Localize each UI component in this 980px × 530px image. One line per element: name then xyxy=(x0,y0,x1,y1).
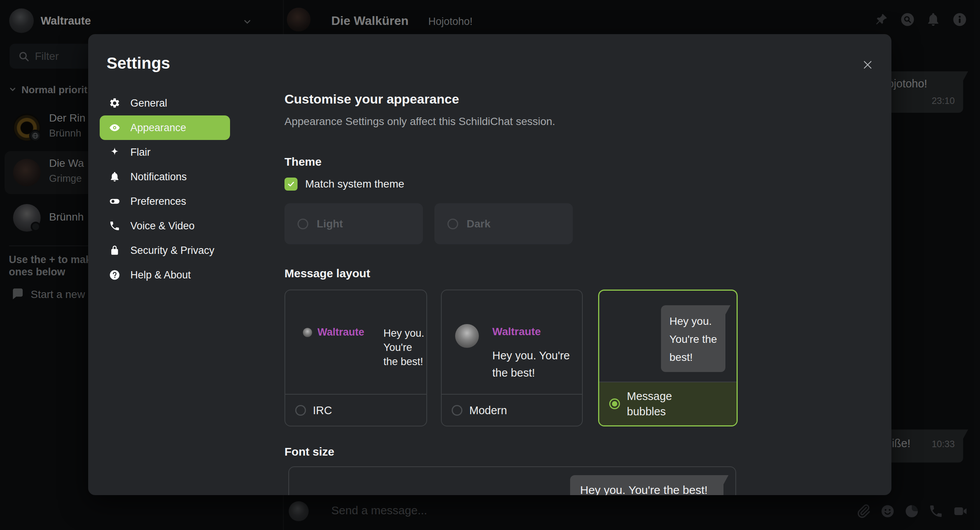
bubble-tail xyxy=(723,475,728,484)
preview-message: Hey you. You're the best! xyxy=(492,347,580,382)
settings-tab-flair[interactable]: Flair xyxy=(100,140,230,165)
settings-tab-label: Voice & Video xyxy=(130,220,195,232)
layout-radio-row[interactable]: Message bubbles xyxy=(599,382,737,425)
preview-sender-name: Waltraute xyxy=(317,326,364,338)
settings-tab-help-about[interactable]: Help & About xyxy=(100,263,230,287)
radio-selected-icon xyxy=(609,398,620,409)
phone-icon xyxy=(109,220,120,232)
bell-icon xyxy=(109,171,120,183)
gear-icon xyxy=(109,97,120,109)
preview-message: Hey you. You're the best! xyxy=(669,312,719,366)
panel-subheading: Appearance Settings only affect this Sch… xyxy=(284,115,555,128)
radio-icon xyxy=(452,405,462,416)
font-preview-message: Hey you. You're the best! xyxy=(580,484,714,495)
panel-heading: Customise your appearance xyxy=(284,92,459,107)
settings-tab-label: General xyxy=(130,97,167,109)
font-size-preview-box: Hey you. You're the best! xyxy=(288,466,736,495)
eye-icon xyxy=(109,122,120,133)
settings-tab-notifications[interactable]: Notifications xyxy=(100,165,230,189)
font-preview-bubble: Hey you. You're the best! xyxy=(570,475,723,495)
bubble-tail xyxy=(725,305,730,314)
appearance-settings-panel: Customise your appearance Appearance Set… xyxy=(284,34,739,495)
settings-tab-label: Preferences xyxy=(130,196,186,207)
layout-option-message-bubbles-selected[interactable]: Hey you. You're the best! Message bubble… xyxy=(598,290,738,426)
theme-option-light-disabled[interactable]: Light xyxy=(284,203,423,244)
settings-tab-label: Notifications xyxy=(130,171,187,183)
sparkle-icon xyxy=(109,146,120,158)
theme-option-dark-disabled[interactable]: Dark xyxy=(434,203,573,244)
layout-option-label: Message bubbles xyxy=(627,388,704,419)
preview-message: Hey you. You're the best! xyxy=(383,326,427,369)
settings-tab-security-privacy[interactable]: Security & Privacy xyxy=(100,238,230,263)
radio-icon xyxy=(447,219,458,229)
layout-option-label: Modern xyxy=(469,403,507,418)
match-system-theme-label: Match system theme xyxy=(305,178,404,190)
layout-radio-row[interactable]: Modern xyxy=(442,394,582,426)
preview-avatar xyxy=(455,324,479,348)
theme-option-label: Dark xyxy=(467,218,490,230)
radio-icon xyxy=(298,219,308,229)
settings-tab-appearance[interactable]: Appearance xyxy=(100,115,230,140)
theme-option-label: Light xyxy=(317,218,343,230)
preview-avatar xyxy=(303,328,312,337)
preview-bubble: Hey you. You're the best! xyxy=(661,305,725,372)
layout-option-irc[interactable]: Waltraute Hey you. You're the best! IRC xyxy=(284,290,427,426)
close-button[interactable] xyxy=(859,56,876,73)
lock-icon xyxy=(109,245,120,256)
question-circle-icon xyxy=(109,269,120,281)
message-layout-heading: Message layout xyxy=(284,267,370,280)
layout-radio-row[interactable]: IRC xyxy=(285,394,426,426)
radio-icon xyxy=(295,405,306,416)
settings-tab-label: Help & About xyxy=(130,269,191,281)
match-system-theme-checkbox-checked[interactable] xyxy=(284,178,298,191)
settings-tab-voice-video[interactable]: Voice & Video xyxy=(100,214,230,238)
settings-dialog: Settings General Appearance Flair Notifi… xyxy=(88,34,891,495)
settings-tab-label: Appearance xyxy=(130,122,186,134)
toggle-icon xyxy=(109,196,120,207)
preview-sender-name: Waltraute xyxy=(492,326,541,338)
check-icon xyxy=(287,180,295,188)
settings-tab-general[interactable]: General xyxy=(100,91,230,115)
settings-tab-label: Flair xyxy=(130,146,151,158)
settings-tab-label: Security & Privacy xyxy=(130,245,214,257)
layout-option-label: IRC xyxy=(313,403,332,418)
layout-option-modern[interactable]: Waltraute Hey you. You're the best! Mode… xyxy=(441,290,583,426)
font-size-heading: Font size xyxy=(284,445,334,458)
settings-title: Settings xyxy=(107,54,170,72)
close-icon xyxy=(862,59,873,71)
theme-section-heading: Theme xyxy=(284,155,322,168)
settings-tab-preferences[interactable]: Preferences xyxy=(100,189,230,214)
match-system-theme-row[interactable]: Match system theme xyxy=(284,178,404,191)
